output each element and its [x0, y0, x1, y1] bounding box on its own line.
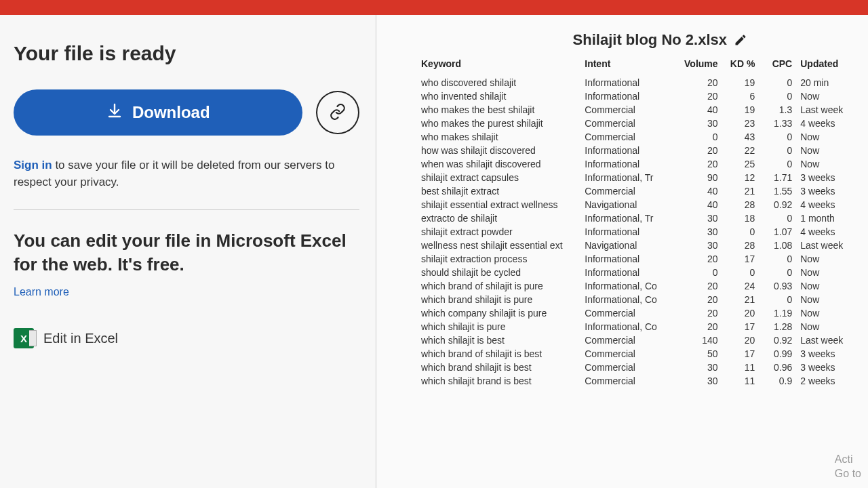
cell-keyword: how was shilajit discovered	[417, 144, 580, 157]
cell-cpc: 0.93	[759, 279, 796, 293]
cell-kd: 17	[722, 320, 760, 333]
cell-cpc: 1.3	[759, 103, 796, 117]
watermark-line1: Acti	[835, 453, 861, 467]
table-row: best shilajit extractCommercial40211.553…	[417, 184, 856, 198]
table-row: who invented shilajitInformational2060No…	[417, 89, 856, 103]
keyword-table: Keyword Intent Volume KD % CPC Updated w…	[417, 56, 856, 388]
cell-intent: Informational, Tr	[580, 211, 677, 225]
cell-volume: 0	[677, 266, 722, 279]
cell-kd: 19	[722, 103, 760, 117]
app-topbar	[0, 0, 868, 15]
cell-cpc: 0.9	[759, 374, 796, 388]
col-cpc: CPC	[759, 56, 796, 76]
divider	[14, 209, 359, 210]
cell-keyword: who discovered shilajit	[417, 76, 580, 89]
cell-cpc: 0	[759, 266, 796, 279]
cell-updated: 3 weeks	[796, 361, 856, 374]
cell-updated: 3 weeks	[796, 347, 856, 361]
cell-updated: Now	[796, 89, 856, 103]
table-row: shilajit extract powderInformational3001…	[417, 225, 856, 239]
cell-cpc: 0	[759, 157, 796, 171]
watermark-line2: Go to	[835, 467, 861, 481]
cell-kd: 20	[722, 306, 760, 320]
edit-in-excel-button[interactable]: X Edit in Excel	[14, 328, 359, 348]
cell-kd: 21	[722, 293, 760, 306]
cell-kd: 28	[722, 239, 760, 252]
table-row: when was shilajit discoveredInformationa…	[417, 157, 856, 171]
col-keyword: Keyword	[417, 56, 580, 76]
cell-volume: 30	[677, 225, 722, 239]
cell-keyword: which company shilajit is pure	[417, 306, 580, 320]
cell-keyword: which shilajit is pure	[417, 320, 580, 333]
cell-volume: 20	[677, 293, 722, 306]
cell-volume: 30	[677, 211, 722, 225]
cell-kd: 11	[722, 361, 760, 374]
cell-intent: Informational	[580, 157, 677, 171]
cell-kd: 6	[722, 89, 760, 103]
cell-updated: Last week	[796, 239, 856, 252]
cell-keyword: which brand shilajit is pure	[417, 293, 580, 306]
cell-volume: 30	[677, 374, 722, 388]
cell-intent: Informational, Co	[580, 320, 677, 333]
table-row: wellness nest shilajit essential extNavi…	[417, 239, 856, 252]
cell-updated: Now	[796, 130, 856, 144]
cell-cpc: 0.92	[759, 198, 796, 211]
table-row: which shilajit brand is bestCommercial30…	[417, 374, 856, 388]
cell-updated: 3 weeks	[796, 171, 856, 184]
edit-promo-b: It's free.	[117, 254, 184, 274]
table-row: how was shilajit discoveredInformational…	[417, 144, 856, 157]
cell-volume: 20	[677, 252, 722, 266]
cell-updated: Now	[796, 306, 856, 320]
col-updated: Updated	[796, 56, 856, 76]
cell-updated: Last week	[796, 333, 856, 347]
cell-volume: 20	[677, 306, 722, 320]
signin-rest: to save your file or it will be deleted …	[14, 159, 334, 188]
cell-cpc: 0.99	[759, 347, 796, 361]
pencil-icon[interactable]	[734, 33, 747, 47]
cell-updated: Now	[796, 252, 856, 266]
cell-intent: Informational	[580, 252, 677, 266]
cell-keyword: who makes the purest shilajit	[417, 117, 580, 130]
table-row: shilajit extract capsulesInformational, …	[417, 171, 856, 184]
table-row: which shilajit is bestCommercial140200.9…	[417, 333, 856, 347]
cell-intent: Informational, Tr	[580, 171, 677, 184]
excel-icon: X	[14, 328, 34, 348]
cell-intent: Informational, Co	[580, 279, 677, 293]
action-row: Download	[14, 89, 359, 136]
file-title-row: Shilajit blog No 2.xlsx	[417, 31, 856, 49]
table-row: shilajit extraction processInformational…	[417, 252, 856, 266]
cell-volume: 40	[677, 198, 722, 211]
cell-intent: Informational	[580, 225, 677, 239]
cell-kd: 25	[722, 157, 760, 171]
signin-link[interactable]: Sign in	[14, 159, 52, 171]
table-row: who makes shilajitCommercial0430Now	[417, 130, 856, 144]
cell-volume: 0	[677, 130, 722, 144]
cell-volume: 30	[677, 239, 722, 252]
cell-intent: Commercial	[580, 333, 677, 347]
download-button[interactable]: Download	[14, 89, 302, 136]
learn-more-link[interactable]: Learn more	[14, 286, 69, 298]
cell-keyword: best shilajit extract	[417, 184, 580, 198]
cell-volume: 40	[677, 184, 722, 198]
cell-volume: 20	[677, 144, 722, 157]
cell-keyword: should shilajit be cycled	[417, 266, 580, 279]
cell-updated: Now	[796, 266, 856, 279]
cell-cpc: 0	[759, 89, 796, 103]
cell-intent: Informational	[580, 76, 677, 89]
cell-kd: 43	[722, 130, 760, 144]
cell-intent: Commercial	[580, 374, 677, 388]
cell-intent: Commercial	[580, 130, 677, 144]
cell-intent: Navigational	[580, 198, 677, 211]
cell-volume: 40	[677, 103, 722, 117]
windows-activation-watermark: Acti Go to	[835, 453, 861, 481]
copy-link-button[interactable]	[316, 91, 359, 134]
cell-cpc: 0	[759, 211, 796, 225]
cell-keyword: shilajit extract capsules	[417, 171, 580, 184]
cell-intent: Commercial	[580, 103, 677, 117]
cell-intent: Commercial	[580, 184, 677, 198]
cell-cpc: 0	[759, 293, 796, 306]
signin-text: Sign in to save your file or it will be …	[14, 157, 353, 190]
edit-in-excel-label: Edit in Excel	[43, 331, 118, 346]
cell-updated: Now	[796, 293, 856, 306]
cell-keyword: who makes the best shilajit	[417, 103, 580, 117]
